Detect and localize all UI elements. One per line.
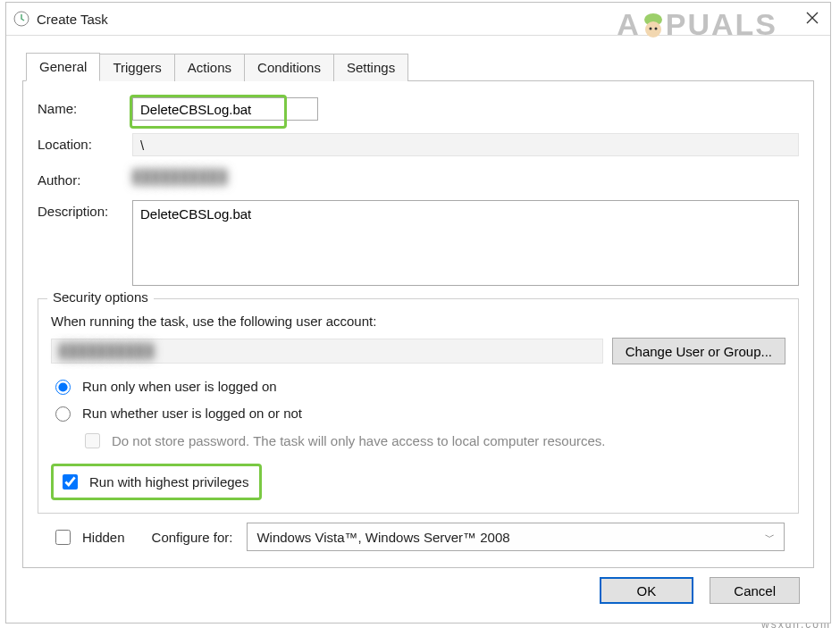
author-value: ██████████	[132, 169, 799, 184]
description-input[interactable]	[132, 200, 799, 286]
cancel-button[interactable]: Cancel	[710, 577, 800, 604]
check-hidden-label: Hidden	[82, 530, 125, 545]
chevron-down-icon: ﹀	[765, 531, 775, 544]
check-hidden[interactable]: Hidden	[52, 527, 125, 548]
location-value: \	[132, 133, 799, 156]
configure-for-combo[interactable]: Windows Vista™, Windows Server™ 2008 ﹀	[247, 523, 785, 551]
security-prompt: When running the task, use the following…	[51, 314, 785, 329]
radio-run-logged-on-label: Run only when user is logged on	[82, 379, 277, 394]
tab-actions[interactable]: Actions	[174, 54, 245, 81]
close-button[interactable]	[800, 6, 825, 29]
location-label: Location:	[38, 133, 132, 152]
create-task-window: Create Task General Triggers Actions Con…	[5, 2, 831, 623]
radio-run-logged-on[interactable]: Run only when user is logged on	[51, 377, 785, 395]
security-options-group: Security options When running the task, …	[38, 298, 799, 514]
check-highest-privileges-input[interactable]	[63, 474, 78, 490]
tab-strip: General Triggers Actions Conditions Sett…	[22, 52, 814, 81]
security-legend: Security options	[47, 289, 154, 305]
radio-run-logged-or-not-label: Run whether user is logged on or not	[82, 406, 302, 421]
window-title: Create Task	[37, 12, 108, 27]
description-label: Description:	[38, 200, 132, 219]
check-hidden-input[interactable]	[55, 530, 71, 545]
ok-button[interactable]: OK	[600, 577, 694, 604]
task-scheduler-icon	[13, 11, 29, 27]
check-highest-privileges-label: Run with highest privileges	[89, 474, 248, 490]
check-store-password-input	[85, 433, 100, 448]
tab-settings[interactable]: Settings	[333, 54, 408, 81]
tab-conditions[interactable]: Conditions	[244, 54, 334, 81]
radio-run-logged-or-not-input[interactable]	[55, 406, 71, 422]
name-input[interactable]	[132, 97, 318, 121]
configure-for-label: Configure for:	[152, 530, 233, 545]
general-pane: Name: Location: \ Author: ██████████ Des…	[22, 81, 814, 568]
tab-triggers[interactable]: Triggers	[99, 54, 174, 81]
configure-for-value: Windows Vista™, Windows Server™ 2008	[256, 530, 509, 545]
user-account-value: ██████████	[51, 339, 603, 364]
check-store-password-label: Do not store password. The task will onl…	[112, 433, 605, 448]
name-label: Name:	[38, 97, 132, 116]
radio-run-logged-on-input[interactable]	[55, 380, 71, 395]
change-user-button[interactable]: Change User or Group...	[612, 338, 785, 364]
check-highest-privileges[interactable]: Run with highest privileges	[51, 464, 262, 500]
author-label: Author:	[38, 169, 132, 188]
titlebar: Create Task	[6, 3, 830, 36]
tab-general[interactable]: General	[26, 53, 100, 81]
check-store-password: Do not store password. The task will onl…	[81, 431, 785, 451]
radio-run-logged-or-not[interactable]: Run whether user is logged on or not	[51, 404, 785, 422]
